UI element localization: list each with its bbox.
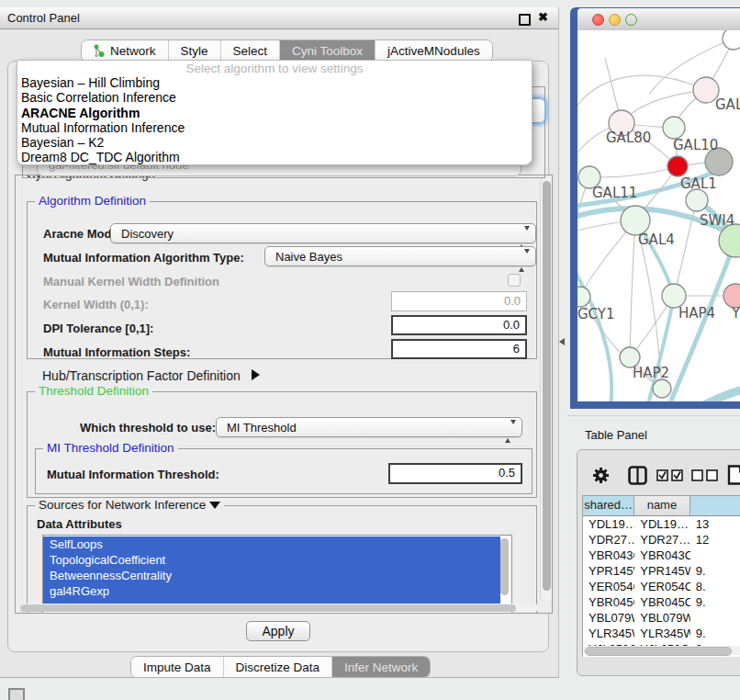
settings-hscrollbar[interactable] (18, 604, 538, 612)
collapse-down-icon[interactable] (209, 502, 220, 509)
tab-label: Discretize Data (236, 660, 320, 674)
table-cell: 9. (690, 594, 740, 610)
zoom-light[interactable] (625, 14, 637, 26)
tab-label: Style (181, 44, 208, 58)
tab-label: jActiveMNodules (387, 44, 480, 58)
manual-kernel-checkbox[interactable] (508, 274, 521, 287)
network-node[interactable] (723, 30, 740, 50)
control-panel-titlebar[interactable]: Control Panel ✖ (0, 7, 558, 29)
split-columns-icon[interactable] (628, 466, 647, 485)
settings-vscrollbar[interactable] (540, 177, 552, 602)
table-cell: YER054C (583, 579, 634, 594)
cyni-algorithm-settings-group: Cyni Algorithm Settings Algorithm Defini… (15, 175, 553, 614)
network-view-window[interactable]: GALGAL80GAL10GAL1GAL11SWI4GAL4GCY1HAP4YH… (570, 7, 740, 409)
mi-type-combo[interactable]: Naive Bayes (264, 246, 536, 266)
table-row[interactable]: YLR345WYLR345W9. (583, 626, 740, 641)
dpi-tolerance-label: DPI Tolerance [0,1]: (43, 322, 153, 335)
combo-arrows-icon (505, 422, 516, 441)
settings-hscrollbar-thumb[interactable] (20, 604, 516, 612)
tab-style[interactable]: Style (169, 40, 221, 61)
kernel-width-field[interactable]: 0.0 (391, 291, 527, 311)
network-node-gcy1[interactable] (577, 287, 590, 307)
network-node-gal10[interactable] (663, 117, 685, 139)
attribute-topologicalcoefficient[interactable]: TopologicalCoefficient (43, 552, 500, 568)
table-row[interactable]: YDR27…YDR27…12 (583, 532, 740, 548)
table-cell: YBR045C (583, 594, 634, 610)
tab-select[interactable]: Select (221, 40, 281, 61)
table-cell: 8. (690, 579, 740, 594)
attributes-scrollbar-thumb[interactable] (500, 538, 509, 595)
column-header-2[interactable] (690, 496, 740, 515)
minimize-light[interactable] (609, 14, 621, 26)
table-header-row: shared…name (583, 496, 740, 516)
attribute-gal4rgexp[interactable]: gal4RGexp (43, 583, 500, 599)
table-row[interactable]: YDL19…YDL19…13 (583, 516, 740, 532)
network-node-swi4[interactable] (686, 189, 708, 211)
desktop: Control Panel ✖ NetworkStyleSelectCyni T… (0, 0, 740, 700)
splitter-collapse-icon[interactable] (559, 338, 565, 345)
unchecked-pair-icon[interactable] (691, 469, 719, 481)
network-canvas[interactable]: GALGAL80GAL10GAL1GAL11SWI4GAL4GCY1HAP4YH… (577, 30, 740, 401)
table-row[interactable]: YBL079WYBL079W (583, 610, 740, 626)
tab-label: Impute Data (143, 660, 211, 674)
tab-cyni-toolbox[interactable]: Cyni Toolbox (280, 40, 376, 61)
hub-definition-expander[interactable]: Hub/Transcription Factor Definition (42, 367, 260, 384)
minimized-panel-icon[interactable] (8, 688, 25, 700)
algorithm-option-dream8-dc-tdc-algorithm[interactable]: Dream8 DC_TDC Algorithm (17, 150, 532, 164)
tab-jactivemnodules[interactable]: jActiveMNodules (376, 40, 492, 61)
table-cell (690, 610, 740, 626)
node-label-gal4: GAL4 (638, 231, 675, 248)
table-cell: YPR145W (583, 563, 634, 579)
close-icon[interactable]: ✖ (538, 10, 548, 25)
tab-label: Network (110, 44, 156, 58)
table-cell: 9. (690, 626, 740, 641)
mi-threshold-field[interactable]: 0.5 (388, 463, 522, 484)
close-light[interactable] (592, 14, 604, 26)
tab-impute-data[interactable]: Impute Data (131, 657, 224, 677)
which-threshold-combo[interactable]: MI Threshold (216, 417, 522, 437)
settings-vscrollbar-thumb[interactable] (543, 181, 551, 591)
panel-divider (567, 415, 740, 416)
tab-network[interactable]: Network (82, 40, 169, 61)
threshold-definition-group: Threshold Definition Which threshold to … (27, 391, 537, 498)
node-label-gcy1: GCY1 (577, 306, 615, 322)
node-label-hap4: HAP4 (678, 305, 715, 322)
column-header-name[interactable]: name (634, 496, 690, 515)
mi-steps-field[interactable]: 6 (391, 339, 527, 359)
tab-discretize-data[interactable]: Discretize Data (224, 657, 333, 677)
attribute-betweennesscentrality[interactable]: BetweennessCentrality (43, 568, 500, 583)
expand-right-icon[interactable] (252, 369, 260, 380)
data-attributes-list[interactable]: SelfLoopsTopologicalCoefficientBetweenne… (42, 535, 512, 614)
tab-label: Cyni Toolbox (292, 44, 363, 58)
table-hscrollbar-thumb[interactable] (585, 647, 732, 656)
document-icon[interactable] (727, 465, 740, 485)
gear-icon[interactable] (592, 467, 610, 484)
control-panel-title: Control Panel (7, 11, 80, 25)
network-window-titlebar[interactable] (577, 8, 740, 31)
algorithm-option-bayesian-hill-climbing[interactable]: Bayesian – Hill Climbing (17, 75, 532, 90)
table-row[interactable]: YBR043CYBR043C (583, 548, 740, 563)
algorithm-option-bayesian-k2[interactable]: Bayesian – K2 (17, 135, 532, 150)
float-window-icon[interactable] (519, 14, 531, 26)
dpi-tolerance-field[interactable]: 0.0 (391, 315, 527, 335)
table-cell: YLR345W (634, 626, 690, 641)
sources-group-title[interactable]: Sources for Network Inference (35, 498, 224, 512)
column-header-shared-[interactable]: shared… (583, 496, 634, 515)
table-hscrollbar[interactable] (583, 646, 740, 655)
apply-button[interactable]: Apply (246, 621, 310, 641)
algorithm-option-basic-correlation-inference[interactable]: Basic Correlation Inference (17, 90, 532, 105)
table-cell: YBR045C (634, 594, 690, 610)
table-row[interactable]: YER054CYER054C8. (583, 579, 740, 594)
cyni-bottom-tabbar: Impute DataDiscretize DataInfer Network (130, 656, 431, 678)
checked-pair-icon[interactable] (656, 469, 684, 481)
table-row[interactable]: YBR045CYBR045C9. (583, 594, 740, 610)
aracne-mode-combo[interactable]: Discovery (110, 223, 536, 243)
tab-infer-network[interactable]: Infer Network (332, 657, 430, 677)
attribute-selfloops[interactable]: SelfLoops (43, 536, 500, 552)
algorithm-option-mutual-information-inference[interactable]: Mutual Information Inference (17, 120, 532, 135)
network-node-gal1[interactable] (667, 156, 688, 176)
algorithm-option-aracne-algorithm[interactable]: ARACNE Algorithm (17, 106, 532, 120)
table-panel-title: Table Panel (585, 428, 647, 442)
table-row[interactable]: YPR145WYPR145W9. (583, 563, 740, 579)
network-node[interactable] (653, 379, 671, 398)
